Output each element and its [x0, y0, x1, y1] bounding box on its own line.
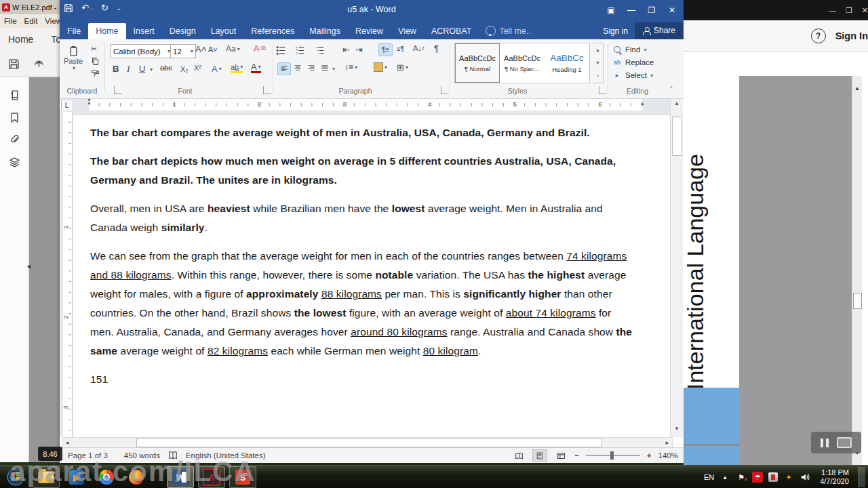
- acrobat-tab-tools[interactable]: Tools: [51, 34, 60, 45]
- show-desktop-button[interactable]: [859, 467, 865, 487]
- align-left-button[interactable]: [277, 62, 291, 75]
- save-icon[interactable]: [8, 58, 20, 70]
- superscript-button[interactable]: X²: [194, 64, 201, 72]
- styles-dialog-launcher[interactable]: [599, 86, 607, 94]
- scroll-up-icon[interactable]: ▲: [671, 100, 683, 106]
- find-button[interactable]: Find▾: [612, 45, 654, 54]
- bookmarks-icon[interactable]: [9, 112, 20, 123]
- scroll-right-icon[interactable]: ►: [665, 440, 670, 446]
- page-thumbnails-icon[interactable]: [9, 89, 20, 101]
- tab-selector[interactable]: L: [61, 100, 73, 111]
- copy-icon[interactable]: [91, 57, 100, 66]
- minimize-button[interactable]: —: [829, 6, 836, 14]
- restore-button[interactable]: ❐: [643, 3, 660, 18]
- pdf-scrollbar[interactable]: ▲ ▼: [852, 76, 862, 468]
- tab-acrobat[interactable]: ACROBAT: [424, 23, 479, 39]
- text-effects-icon[interactable]: A▾: [212, 64, 222, 74]
- format-painter-icon[interactable]: [91, 69, 100, 78]
- zoom-slider[interactable]: [586, 455, 640, 456]
- horizontal-scroll-thumb[interactable]: [136, 439, 602, 447]
- right-to-left-text-icon[interactable]: ≡¶: [394, 43, 407, 55]
- layers-icon[interactable]: [9, 157, 20, 168]
- font-dialog-launcher[interactable]: [263, 86, 271, 94]
- action-center-flag-icon[interactable]: ⚑✕: [736, 472, 747, 483]
- collapse-ribbon-icon[interactable]: ⌃: [669, 85, 674, 92]
- multilevel-list-icon[interactable]: [315, 45, 325, 56]
- font-color-icon[interactable]: A▾: [251, 63, 261, 73]
- tab-mailings[interactable]: Mailings: [302, 23, 348, 39]
- pause-icon[interactable]: [821, 439, 829, 447]
- vertical-scrollbar[interactable]: ▲ ▼: [670, 99, 683, 437]
- document-area[interactable]: 123 The bar chart compares the average w…: [60, 110, 670, 437]
- tab-layout[interactable]: Layout: [203, 23, 244, 39]
- volume-icon[interactable]: [800, 472, 810, 483]
- sort-icon[interactable]: A↓Z: [413, 44, 425, 52]
- cut-icon[interactable]: ✂: [91, 45, 97, 54]
- close-button[interactable]: ✕: [862, 6, 868, 15]
- vertical-scroll-thumb[interactable]: [672, 117, 682, 156]
- zoom-in-icon[interactable]: +: [647, 451, 652, 460]
- menu-view[interactable]: View: [45, 17, 60, 25]
- justify-button[interactable]: [319, 62, 331, 74]
- style-card-2[interactable]: AaBbCcHeading 1: [545, 43, 589, 83]
- scroll-down-icon[interactable]: ▼: [671, 426, 683, 432]
- clear-formatting-icon[interactable]: A⌫: [254, 44, 266, 54]
- paste-button[interactable]: Paste ▾: [62, 43, 84, 73]
- close-button[interactable]: ✕: [663, 3, 681, 18]
- align-right-button[interactable]: [305, 62, 317, 74]
- web-layout-icon[interactable]: [554, 450, 568, 461]
- tray-update-icon[interactable]: ✦: [783, 472, 794, 483]
- zoom-out-icon[interactable]: −: [574, 451, 579, 460]
- align-center-button[interactable]: [292, 62, 304, 74]
- avira-icon[interactable]: ☂: [752, 472, 763, 483]
- zoom-level[interactable]: 140%: [658, 451, 678, 460]
- right-indent-marker[interactable]: ▲: [640, 102, 645, 105]
- select-button[interactable]: ▸Select▾: [612, 70, 654, 80]
- menu-edit[interactable]: Edit: [24, 17, 38, 25]
- strikethrough-button[interactable]: abc: [160, 64, 172, 72]
- tab-design[interactable]: Design: [162, 23, 203, 39]
- document-text[interactable]: The bar chart compares the average weigh…: [90, 123, 634, 399]
- horizontal-ruler[interactable]: 123456 ▼▲ ▲: [72, 99, 670, 110]
- minimize-button[interactable]: —: [623, 3, 640, 18]
- menu-file[interactable]: File: [4, 17, 17, 25]
- decrease-indent-icon[interactable]: ⇤: [342, 45, 350, 55]
- taskbar-clock[interactable]: 1:18 PM 4/7/2020: [816, 468, 853, 486]
- hidden-icons-arrow[interactable]: ▲: [719, 472, 730, 483]
- tab-file[interactable]: File: [60, 23, 88, 39]
- first-line-indent-marker[interactable]: ▼▲: [87, 99, 92, 104]
- font-name-combo[interactable]: Calibri (Body)▾: [111, 44, 173, 58]
- tray-language-indicator[interactable]: EN: [704, 473, 714, 481]
- numbering-icon[interactable]: [295, 45, 305, 56]
- italic-button[interactable]: I: [127, 64, 130, 75]
- sign-in-link[interactable]: Sign in: [596, 23, 635, 39]
- zoom-slider-knob[interactable]: [610, 451, 614, 460]
- tab-references[interactable]: References: [243, 23, 302, 39]
- subscript-button[interactable]: X₂: [180, 65, 189, 73]
- borders-icon[interactable]: ⊞▾: [397, 62, 408, 73]
- styles-gallery-arrows[interactable]: ▲▼▿: [593, 43, 604, 83]
- pip-icon[interactable]: [837, 437, 852, 448]
- ribbon-display-options-icon[interactable]: ▣: [602, 3, 620, 18]
- panel-collapse-arrow-icon[interactable]: ◄: [26, 263, 32, 270]
- highlight-color-icon[interactable]: ab̲▾: [231, 63, 243, 73]
- print-layout-icon[interactable]: [532, 449, 547, 462]
- style-card-1[interactable]: AaBbCcDc¶ No Spac...: [500, 43, 545, 83]
- increase-indent-icon[interactable]: ⇥: [355, 45, 363, 55]
- acrobat-tab-home[interactable]: Home: [8, 34, 33, 45]
- bullets-icon[interactable]: [276, 45, 286, 56]
- vertical-ruler[interactable]: 123: [63, 112, 73, 437]
- left-to-right-text-icon[interactable]: ¶≡: [378, 43, 393, 56]
- tray-utility-icon[interactable]: [768, 472, 778, 482]
- scroll-up-icon[interactable]: ▲: [854, 85, 860, 92]
- read-mode-icon[interactable]: [512, 450, 526, 461]
- font-size-combo[interactable]: 12▾: [170, 44, 196, 58]
- underline-button[interactable]: U: [139, 64, 145, 74]
- paragraph-dialog-launcher[interactable]: [441, 86, 449, 94]
- shading-icon[interactable]: ▾: [374, 62, 387, 72]
- pdf-scroll-thumb[interactable]: [853, 293, 862, 309]
- attachments-icon[interactable]: [9, 134, 20, 146]
- video-player-controls[interactable]: [811, 432, 861, 453]
- style-card-0[interactable]: AaBbCcDc¶ Normal: [455, 43, 500, 83]
- tell-me-box[interactable]: Tell me..: [479, 22, 538, 39]
